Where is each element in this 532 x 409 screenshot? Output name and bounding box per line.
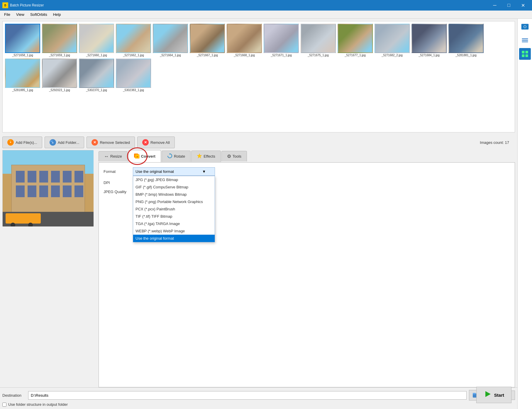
add-folder-button[interactable]: + Add Folder... [45,137,84,148]
remove-selected-label: Remove Selected [100,140,130,145]
svg-rect-17 [28,171,36,183]
sidebar-grid-icon[interactable] [519,48,531,60]
gallery-item-12[interactable]: _5281881_1.jpg [448,24,484,57]
main-layout: _5271658_1.jpg_5271659_1.jpg_5271660_1.j… [0,19,532,409]
tab-effects[interactable]: Effects [191,151,221,162]
sidebar-photo-icon[interactable] [519,21,531,33]
svg-rect-20 [63,171,72,183]
preview-panel [2,150,96,387]
menu-view[interactable]: View [13,11,27,18]
svg-rect-29 [6,213,41,224]
toolbar-area: + Add File(s)... + Add Folder... [0,135,517,150]
svg-text:+: + [52,141,54,144]
gallery-item-8[interactable]: _5271675_1.jpg [301,24,336,57]
gallery-item-label-6: _5271668_1.jpg [234,54,255,57]
gallery-item-label-9: _5271677_1.jpg [345,54,366,57]
titlebar: B Batch Picture Resizer ─ □ ✕ [0,0,532,11]
svg-marker-56 [485,391,491,397]
sidebar-list-icon[interactable] [519,35,531,46]
convert-icon [134,153,140,160]
format-option-tif[interactable]: TIF (*.tif) TIFF Bitmap [133,213,215,220]
folder-structure-checkbox[interactable] [2,403,6,407]
gallery-item-11[interactable]: _5271684_1.jpg [411,24,447,57]
add-files-button[interactable]: + Add File(s)... [2,137,42,148]
format-option-jpg[interactable]: JPG (*.jpg) JPEG Bitmap [133,176,215,183]
tab-rotate[interactable]: Rotate [162,151,191,162]
folder-structure-row: Use folder structure in output folder [2,402,515,407]
gallery-item-label-14: _5292023_1.jpg [49,88,70,92]
gallery-item-0[interactable]: _5271658_1.jpg [5,24,40,57]
tab-tools-label: Tools [233,154,241,159]
destination-input[interactable] [28,391,467,400]
menu-file[interactable]: File [1,11,13,18]
gallery-area[interactable]: _5271658_1.jpg_5271659_1.jpg_5271660_1.j… [2,21,515,132]
destination-label: Destination [2,393,26,398]
svg-point-48 [524,26,526,27]
gallery-item-label-0: _5271658_1.jpg [12,54,33,57]
gallery-item-label-16: _5302383_1.jpg [123,88,144,92]
svg-rect-53 [525,51,528,54]
format-option-tga[interactable]: TGA (*.tga) TARGA Image [133,220,215,227]
svg-rect-51 [522,42,528,42]
gallery-item-label-13: _5281885_1.jpg [12,88,33,92]
gallery-item-14[interactable]: _5292023_1.jpg [42,59,77,92]
menu-help[interactable]: Help [50,11,64,18]
format-option-bmp[interactable]: BMP (*.bmp) Windows Bitmap [133,191,215,198]
jpeg-quality-label: JPEG Quality [104,190,133,194]
maximize-button[interactable]: □ [502,0,516,11]
format-row: Format Use the original format ▼ JPG (*.… [104,167,510,176]
resize-icon: ↔ [104,154,109,159]
gallery-item-6[interactable]: _5271668_1.jpg [227,24,262,57]
gallery-item-2[interactable]: _5271660_1.jpg [79,24,114,57]
destination-row: Destination [2,390,515,401]
gallery-item-7[interactable]: _5271671_1.jpg [264,24,299,57]
svg-rect-19 [51,171,60,183]
svg-rect-27 [74,185,83,197]
svg-text:+: + [10,141,11,144]
gallery-item-10[interactable]: _5271682_2.jpg [375,24,410,57]
gallery-item-3[interactable]: _5271662_1.jpg [116,24,151,57]
svg-rect-25 [51,185,60,197]
effects-icon [197,153,202,160]
format-option-pcx[interactable]: PCX (*.pcx) PaintBrush [133,205,215,213]
format-option-webp[interactable]: WEBP (*.webp) WebP Image [133,227,215,235]
remove-all-label: Remove All [150,140,170,145]
destination-area: Destination [0,387,517,409]
tab-tools[interactable]: ⚙ Tools [221,151,247,161]
svg-marker-36 [197,154,202,158]
start-label: Start [494,393,504,398]
gallery-item-15[interactable]: _5302370_1.jpg [79,59,114,92]
gallery-item-label-2: _5271660_1.jpg [86,54,107,57]
svg-rect-18 [39,171,48,183]
format-dropdown-button[interactable]: Use the original format ▼ [133,167,215,176]
minimize-button[interactable]: ─ [488,0,501,11]
format-label: Format [104,169,133,174]
gallery-item-5[interactable]: _5271667_1.jpg [190,24,225,57]
format-option-png[interactable]: PNG (*.png) Portable Network Graphics [133,198,215,205]
tab-convert[interactable]: Convert [128,150,161,162]
dropdown-arrow-icon: ▼ [202,169,206,174]
svg-text:✕: ✕ [93,140,96,144]
gallery-item-label-8: _5271675_1.jpg [308,54,329,57]
gallery-item-16[interactable]: _5302383_1.jpg [116,59,151,92]
remove-all-button[interactable]: ✕ Remove All [137,137,175,148]
gallery-item-label-12: _5281881_1.jpg [455,54,477,57]
gallery-item-4[interactable]: _5271664_1.jpg [153,24,188,57]
format-option-original[interactable]: Use the original format [133,235,215,242]
content-area: _5271658_1.jpg_5271659_1.jpg_5271660_1.j… [0,19,517,409]
tab-resize[interactable]: ↔ Resize [99,151,128,161]
images-count: Images count: 17 [480,140,515,145]
svg-rect-21 [74,171,83,183]
gallery-item-9[interactable]: _5271677_1.jpg [338,24,373,57]
close-button[interactable]: ✕ [516,0,530,11]
right-panel: ↔ Resize Convert [99,150,515,387]
right-sidebar [517,19,532,409]
start-button[interactable]: Start [476,387,511,403]
svg-rect-23 [28,185,36,197]
format-option-gif[interactable]: GIF (*.gif) CompuServe Bitmap [133,183,215,191]
gallery-item-label-1: _5271659_1.jpg [49,54,70,57]
gallery-item-13[interactable]: _5281885_1.jpg [5,59,40,92]
remove-selected-button[interactable]: ✕ Remove Selected [87,137,135,148]
menu-softorbits[interactable]: SoftOrbits [27,11,50,18]
gallery-item-1[interactable]: _5271659_1.jpg [42,24,77,57]
